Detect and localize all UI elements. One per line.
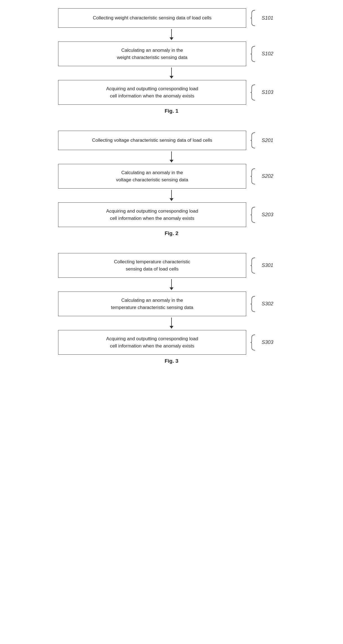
arrow-head — [170, 326, 173, 329]
arrow-icon — [170, 68, 173, 79]
curly-brace-icon — [250, 207, 256, 223]
arrow-connector — [77, 28, 266, 42]
fig-label-fig3: Fig. 3 — [165, 358, 178, 364]
page-container: Collecting weight characteristic sensing… — [58, 8, 285, 636]
diagram-fig2: Collecting voltage characteristic sensin… — [58, 131, 285, 236]
step-box-s201: Collecting voltage characteristic sensin… — [58, 131, 246, 150]
arrow-line — [171, 190, 172, 198]
step-box-s103: Acquiring and outputting corresponding l… — [58, 80, 246, 105]
step-label-s303: S303 — [262, 339, 273, 345]
step-box-s101: Collecting weight characteristic sensing… — [58, 8, 246, 28]
arrow-connector — [77, 150, 266, 164]
step-box-s202: Calculating an anomaly in the voltage ch… — [58, 164, 246, 189]
arrow-line — [171, 318, 172, 326]
step-box-s303: Acquiring and outputting corresponding l… — [58, 330, 246, 355]
step-box-s301: Collecting temperature characteristic se… — [58, 253, 246, 278]
arrow-icon — [170, 151, 173, 163]
arrow-line — [171, 29, 172, 37]
step-row-s302: Calculating an anomaly in the temperatur… — [58, 292, 285, 316]
step-label-s201: S201 — [262, 138, 273, 143]
arrow-line — [171, 151, 172, 160]
step-label-s202: S202 — [262, 173, 273, 179]
step-label-s103: S103 — [262, 89, 273, 95]
arrow-head — [170, 287, 173, 290]
arrow-head — [170, 198, 173, 201]
curly-brace-icon — [250, 46, 256, 62]
step-label-s301: S301 — [262, 262, 273, 268]
step-row-s202: Calculating an anomaly in the voltage ch… — [58, 164, 285, 189]
step-row-s301: Collecting temperature characteristic se… — [58, 253, 285, 278]
arrow-head — [170, 160, 173, 163]
arrow-icon — [170, 190, 173, 201]
arrow-line — [171, 68, 172, 76]
arrow-connector — [77, 278, 266, 292]
arrow-line — [171, 279, 172, 287]
curly-brace-icon — [250, 296, 256, 312]
arrow-head — [170, 76, 173, 79]
step-row-s201: Collecting voltage characteristic sensin… — [58, 131, 285, 150]
arrow-icon — [170, 29, 173, 40]
step-label-s101: S101 — [262, 15, 273, 21]
step-row-s203: Acquiring and outputting corresponding l… — [58, 202, 285, 227]
arrow-connector — [77, 66, 266, 80]
curly-brace-icon — [250, 168, 256, 185]
arrow-head — [170, 37, 173, 40]
step-label-s102: S102 — [262, 51, 273, 57]
arrow-icon — [170, 318, 173, 329]
curly-brace-icon — [250, 257, 256, 274]
curly-brace-icon — [250, 334, 256, 351]
arrow-connector — [77, 316, 266, 330]
step-box-s203: Acquiring and outputting corresponding l… — [58, 202, 246, 227]
step-label-s203: S203 — [262, 212, 273, 218]
arrow-connector — [77, 189, 266, 202]
step-row-s101: Collecting weight characteristic sensing… — [58, 8, 285, 28]
step-row-s102: Calculating an anomaly in the weight cha… — [58, 42, 285, 66]
curly-brace-icon — [250, 84, 256, 101]
fig-label-fig1: Fig. 1 — [165, 108, 178, 114]
fig-label-fig2: Fig. 2 — [165, 230, 178, 236]
step-row-s303: Acquiring and outputting corresponding l… — [58, 330, 285, 355]
curly-brace-icon — [250, 132, 256, 149]
step-box-s302: Calculating an anomaly in the temperatur… — [58, 292, 246, 316]
curly-brace-icon — [250, 10, 256, 26]
step-box-s102: Calculating an anomaly in the weight cha… — [58, 42, 246, 66]
diagram-fig3: Collecting temperature characteristic se… — [58, 253, 285, 364]
arrow-icon — [170, 279, 173, 290]
step-row-s103: Acquiring and outputting corresponding l… — [58, 80, 285, 105]
step-label-s302: S302 — [262, 301, 273, 307]
diagram-fig1: Collecting weight characteristic sensing… — [58, 8, 285, 114]
